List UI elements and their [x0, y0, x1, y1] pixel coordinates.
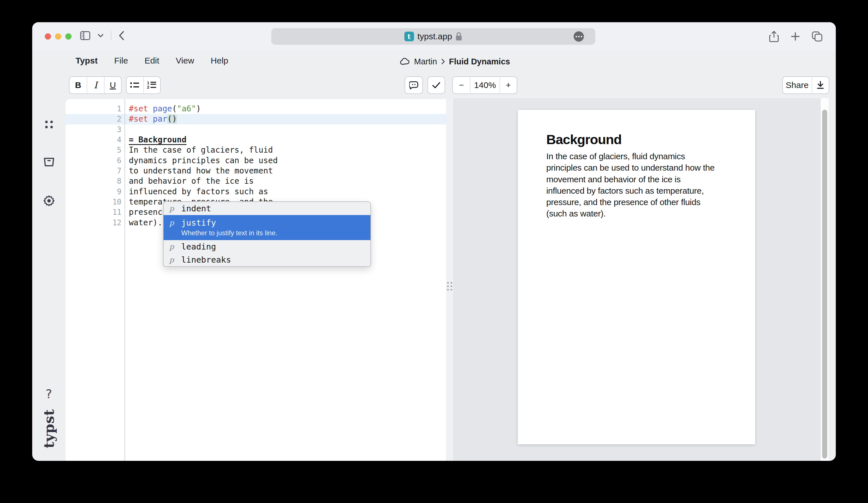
preview-scrollbar-thumb[interactable] — [822, 110, 827, 459]
autocomplete-item-leading[interactable]: pleading — [164, 240, 371, 253]
line-number: 8 — [65, 176, 121, 186]
menu-item-help[interactable]: Help — [210, 56, 228, 65]
menu-item-edit[interactable]: Edit — [144, 56, 159, 65]
parameter-icon: p — [169, 254, 181, 265]
autocomplete-label: justify — [181, 217, 277, 228]
zoom-group: − 140% + — [452, 76, 517, 94]
saved-group — [427, 76, 445, 94]
underline-button[interactable]: U — [104, 77, 121, 93]
parameter-icon: p — [169, 203, 181, 214]
share-page-icon[interactable] — [769, 31, 779, 42]
code-line-8[interactable]: and behavior of the ice is — [129, 176, 287, 186]
drag-handle-icon[interactable] — [447, 282, 452, 291]
browser-window: t typst.app TypstFileEditViewHelp Martin — [32, 22, 836, 461]
autocomplete-popup: pindentpjustifyWhether to justify text i… — [163, 201, 371, 267]
tab-overview-icon[interactable] — [812, 31, 823, 42]
bold-button[interactable]: B — [70, 77, 87, 93]
code-line-9[interactable]: influenced by factors such as — [129, 187, 287, 197]
breadcrumb: Martin Fluid Dynamics — [400, 55, 510, 68]
menu-item-typst[interactable]: Typst — [75, 56, 98, 65]
line-number: 6 — [65, 156, 121, 166]
text-style-group: B I U — [69, 76, 122, 94]
browser-toolbar: t typst.app — [32, 22, 836, 51]
code-line-7[interactable]: to understand how the movement — [129, 166, 287, 176]
url-text: typst.app — [417, 32, 452, 41]
download-icon — [817, 81, 824, 90]
autocomplete-label: leading — [181, 241, 216, 252]
comments-group — [405, 76, 423, 94]
sidebar-dropdown-chevron-icon[interactable] — [97, 33, 104, 38]
help-button[interactable]: ? — [45, 387, 52, 401]
line-number: 11 — [65, 207, 121, 217]
share-button[interactable]: Share — [783, 77, 812, 93]
menu-item-view[interactable]: View — [176, 56, 194, 65]
zoom-in-button[interactable]: + — [499, 77, 517, 93]
autocomplete-item-justify[interactable]: pjustifyWhether to justify text in its l… — [164, 215, 371, 240]
code-line-5[interactable]: In the case of glaciers, fluid — [129, 145, 287, 155]
download-button[interactable] — [812, 77, 829, 93]
preview-heading: Background — [546, 132, 730, 147]
close-window-button[interactable] — [45, 33, 51, 40]
page-settings-button[interactable] — [574, 31, 584, 42]
zoom-level[interactable]: 140% — [470, 77, 499, 93]
code-editor[interactable]: 123456789101112 #set page("a6")#set par(… — [65, 99, 446, 461]
minimize-window-button[interactable] — [55, 33, 61, 40]
cloud-icon — [400, 58, 410, 65]
numbered-list-icon: 12 — [147, 81, 157, 89]
address-bar[interactable]: t typst.app — [271, 28, 595, 45]
bullet-list-button[interactable] — [126, 77, 143, 93]
svg-text:2: 2 — [147, 85, 149, 89]
sidebar-toggle-icon[interactable] — [80, 31, 90, 40]
menu-item-file[interactable]: File — [114, 56, 128, 65]
line-number: 9 — [65, 187, 121, 197]
autocomplete-label: linebreaks — [181, 254, 231, 265]
pane-divider[interactable] — [446, 98, 453, 461]
line-number: 5 — [65, 145, 121, 155]
line-number: 3 — [65, 125, 121, 135]
typst-logo: typst — [41, 409, 57, 448]
dashboard-grid-icon[interactable] — [40, 116, 58, 133]
breadcrumb-chevron-icon — [441, 59, 445, 65]
line-number: 4 — [65, 135, 121, 145]
autocomplete-item-linebreaks[interactable]: plinebreaks — [164, 253, 371, 266]
breadcrumb-document-title[interactable]: Fluid Dynamics — [449, 57, 510, 66]
line-number: 10 — [65, 197, 121, 207]
svg-text:1: 1 — [147, 81, 149, 85]
list-style-group: 12 — [126, 76, 161, 94]
comments-button[interactable] — [405, 77, 422, 93]
preview-page: Background In the case of glaciers, flui… — [518, 110, 755, 444]
site-favicon: t — [404, 32, 414, 41]
code-line-6[interactable]: dynamics principles can be used — [129, 156, 287, 166]
checkmark-icon — [432, 82, 441, 88]
bullet-list-icon — [130, 82, 140, 89]
code-line-3[interactable] — [129, 125, 287, 135]
italic-button[interactable]: I — [87, 77, 104, 93]
settings-gear-icon[interactable] — [40, 192, 58, 209]
code-line-2[interactable]: #set par() — [129, 114, 287, 124]
new-tab-icon[interactable] — [791, 32, 800, 41]
window-controls — [45, 33, 72, 40]
line-number: 7 — [65, 166, 121, 176]
parameter-icon: p — [169, 241, 181, 252]
saved-indicator-button[interactable] — [428, 77, 445, 93]
parameter-icon: p — [169, 217, 181, 228]
preview-paragraph: In the case of glaciers, fluid dynamics … — [546, 151, 730, 220]
zoom-out-button[interactable]: − — [453, 77, 470, 93]
line-number: 2 — [65, 114, 121, 124]
lock-icon — [455, 32, 462, 41]
autocomplete-item-indent[interactable]: pindent — [164, 202, 371, 215]
code-line-4[interactable]: = Background — [129, 135, 287, 145]
line-number-gutter: 123456789101112 — [65, 104, 121, 228]
document-preview-pane: Background In the case of glaciers, flui… — [453, 98, 821, 461]
line-number: 1 — [65, 104, 121, 114]
files-tray-icon[interactable] — [40, 154, 58, 171]
breadcrumb-workspace[interactable]: Martin — [414, 57, 437, 66]
divider — [111, 31, 111, 40]
comment-bubble-icon — [409, 81, 418, 90]
autocomplete-description: Whether to justify text in its line. — [181, 229, 277, 237]
numbered-list-button[interactable]: 12 — [143, 77, 160, 93]
back-icon[interactable] — [118, 31, 125, 40]
code-line-1[interactable]: #set page("a6") — [129, 104, 287, 114]
app-sidebar: ? typst — [32, 98, 65, 461]
zoom-window-button[interactable] — [65, 33, 72, 40]
